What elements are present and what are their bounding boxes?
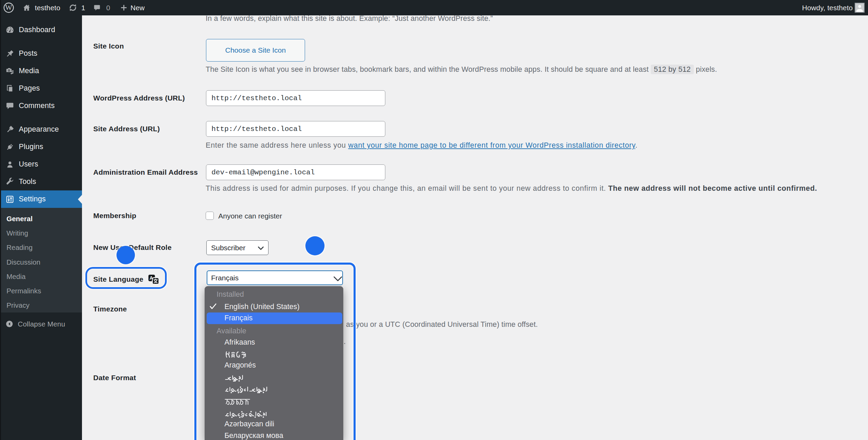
svg-text:W: W (5, 3, 12, 12)
